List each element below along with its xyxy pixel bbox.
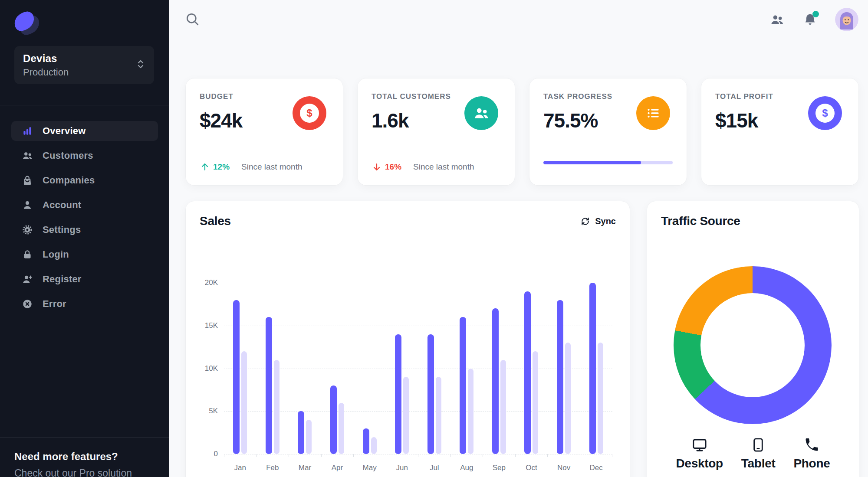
axis-tick [321,454,322,457]
sidebar-item-label: Login [43,249,69,260]
legend-item-phone: Phone [793,437,830,470]
sidebar-item-companies[interactable]: Companies [11,170,158,190]
legend-label: Phone [793,457,830,470]
devias-logo-icon [14,12,39,34]
sidebar: Devias Production Overview Customers [0,0,169,477]
bar-this-year [460,317,466,454]
bar-this-year [330,386,337,454]
sidebar-footer-title: Need more features? [14,451,155,463]
axis-tick [580,454,580,457]
donut-hole [700,293,805,397]
x-tick-label: Mar [289,464,321,472]
legend-item-tablet: Tablet [741,437,776,470]
workspace-name: Devias [23,52,136,65]
y-tick-label: 0 [214,450,218,458]
bar-last-year [565,343,571,454]
x-tick-label: Aug [450,464,483,472]
bar-last-year [468,369,473,454]
bar-last-year [436,377,441,454]
bar-last-year [533,351,538,454]
sales-card: Sales Sync 20K15K10K5K0 JanFebMarAprMayJ… [186,201,630,477]
sales-bar-group [548,283,580,454]
bar-last-year [241,351,247,454]
trend: 16% Since last month [372,162,474,172]
dollar-icon: $ [808,96,842,130]
users-icon [464,96,498,130]
sidebar-item-label: Overview [43,125,85,137]
sales-x-axis: JanFebMarAprMayJunJulAugSepOctNovDec [224,464,612,472]
trend-value: 16% [385,162,401,172]
x-tick-label: Jan [224,464,256,472]
sidebar-item-label: Account [43,199,81,211]
search-icon [185,12,200,26]
dollar-icon: $ [293,96,326,130]
axis-tick [515,454,516,457]
refresh-icon [580,216,590,226]
bar-this-year [557,300,563,454]
topbar [169,0,868,39]
sidebar-item-label: Companies [43,175,95,186]
bar-this-year [298,411,304,454]
sidebar-footer: Need more features? Check out our Pro so… [0,437,169,477]
sync-button[interactable]: Sync [580,216,616,226]
sales-bars [224,283,612,454]
x-tick-label: Dec [580,464,612,472]
trend-caption: Since last month [241,162,302,172]
arrow-up-icon [200,162,210,172]
sales-bar-group [321,283,354,454]
y-tick-label: 10K [205,364,218,373]
workspace-environment: Production [23,67,136,78]
legend-label: Desktop [676,457,723,470]
sidebar-item-error[interactable]: Error [11,294,158,314]
workspace-selector[interactable]: Devias Production [14,46,154,84]
sidebar-item-settings[interactable]: Settings [11,220,158,240]
axis-tick [386,454,386,457]
gear-icon [22,224,33,235]
axis-tick [289,454,289,457]
task-progress-card: TASK PROGRESS 75.5% [529,78,687,185]
tablet-icon [750,437,766,453]
notification-dot [812,11,819,17]
users-icon [22,150,33,161]
y-tick-label: 15K [205,321,218,330]
sales-plot [224,283,612,454]
legend-item-desktop: Desktop [676,437,723,470]
sidebar-item-customers[interactable]: Customers [11,146,158,166]
avatar-button[interactable] [835,8,858,31]
sales-bar-group [256,283,289,454]
sidebar-item-overview[interactable]: Overview [11,121,158,141]
x-tick-label: Oct [515,464,548,472]
axis-tick [483,454,483,457]
sidebar-item-register[interactable]: Register [11,269,158,289]
user-avatar [835,8,858,31]
x-tick-label: Nov [548,464,580,472]
sales-bar-group [515,283,548,454]
x-tick-label: May [353,464,386,472]
bar-this-year [233,300,240,454]
notifications-button[interactable] [802,12,818,27]
sales-y-axis: 20K15K10K5K0 [199,283,218,454]
bar-this-year [427,334,434,454]
sidebar-item-label: Register [43,274,82,285]
sidebar-item-login[interactable]: Login [11,245,158,265]
user-icon [22,199,33,211]
search-button[interactable] [184,11,201,28]
trend-value: 12% [213,162,230,172]
sidebar-item-label: Customers [43,150,93,161]
bar-chart-icon [22,125,33,137]
trend: 12% Since last month [200,162,302,172]
traffic-source-title: Traffic Source [661,214,845,228]
sidebar-item-label: Error [43,298,66,310]
axis-tick [450,454,451,457]
sales-bar-group [580,283,612,454]
desktop-icon [692,437,707,453]
x-tick-label: Sep [483,464,516,472]
contacts-button[interactable] [769,12,785,27]
sidebar-item-account[interactable]: Account [11,195,158,215]
bar-this-year [589,283,596,454]
axis-tick [547,454,548,457]
user-plus-icon [22,274,33,285]
phone-icon [804,437,819,453]
bar-this-year [395,334,401,454]
shopping-bag-icon [22,175,33,186]
